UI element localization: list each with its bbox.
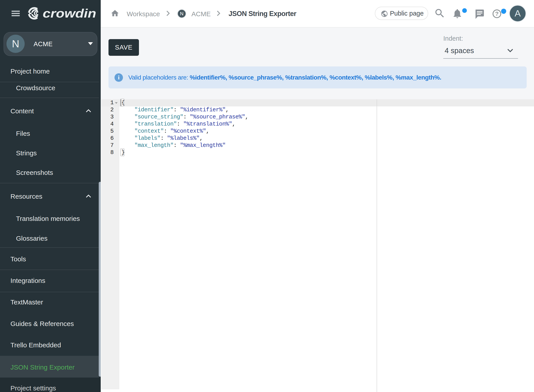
svg-text:?: ? (495, 10, 499, 17)
svg-text:crowdin: crowdin (43, 6, 96, 20)
